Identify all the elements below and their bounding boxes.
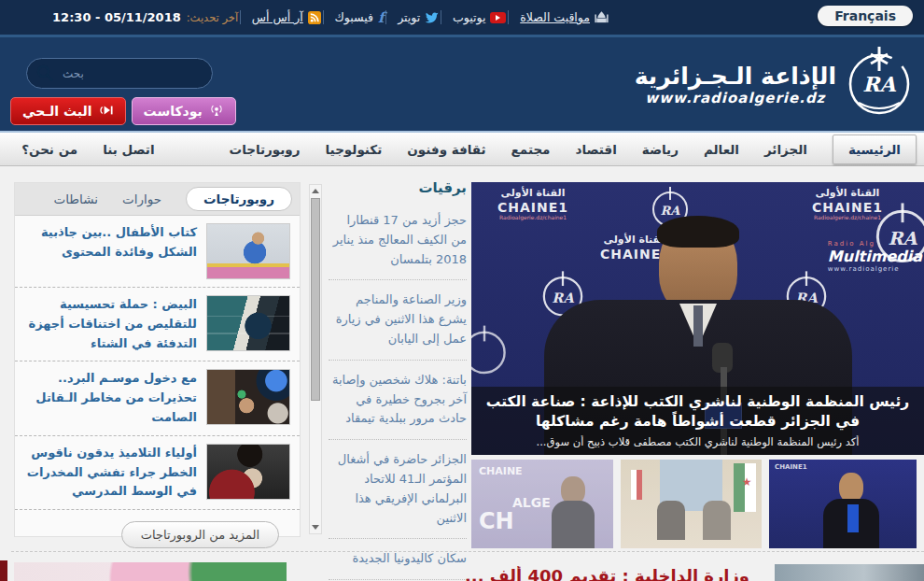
nav-item-economy[interactable]: اقتصاد (575, 142, 616, 157)
chaine1-watermark-en: CHAINE1 (497, 200, 568, 215)
chaine1-watermark: القناة الأولى CHAINE1 Radioalgerie.dz/ch… (497, 188, 568, 221)
feature-excerpt: أكد رئيس المنظمة الوطنية لناشري الكتب مص… (483, 435, 913, 448)
report-item: أولياء التلاميذ يدقون ناقوس الخطر جراء ت… (15, 436, 300, 510)
report-thumbnail[interactable] (206, 369, 290, 425)
logo-text: الإذاعة الـجـزائرية www.radioalgerie.dz (635, 63, 836, 106)
nav-item-society[interactable]: مجتمع (511, 142, 551, 157)
next-section-headline[interactable]: وزارة الداخلية : تقديم 400 ألف ... (465, 566, 805, 581)
nav-item-algeria[interactable]: الجزائر (764, 142, 807, 157)
podcast-label: بودكاست (144, 104, 203, 119)
facebook-label: فيسبوك (335, 10, 373, 24)
video-thumbnail-3[interactable]: CHAINE1 (769, 460, 917, 548)
speaker-tie (693, 305, 703, 347)
brief-item[interactable]: الجزائر حاضرة في أشغال المؤتمر الـ41 للا… (329, 440, 467, 539)
report-item: كتاب الأطفال ..بين جاذبية الشكل وفائدة ا… (15, 216, 300, 288)
youtube-link[interactable]: يوتيوب (441, 10, 506, 24)
site-header: RA الإذاعة الـجـزائرية www.radioalgerie.… (0, 37, 924, 133)
mosque-icon (595, 10, 609, 24)
section-divider (11, 551, 924, 552)
prayer-times-link[interactable]: مواقيت الصلاة (508, 10, 609, 24)
facebook-icon: f (378, 12, 384, 23)
podcast-icon (209, 103, 224, 120)
brief-item[interactable]: حجز أزيد من 17 قنطارا من الكيف المعالج م… (329, 205, 467, 280)
next-section-image-left[interactable] (14, 562, 287, 581)
thumb-fade-overlay (621, 460, 762, 548)
thumb-microphone (847, 504, 859, 532)
radio-algerie-homepage: Français مواقيت الصلاة يوتيوب تويتر f ف (0, 0, 924, 581)
header-buttons: البث الـحي بودكاست (10, 97, 236, 125)
twitter-link[interactable]: تويتر (385, 10, 439, 24)
rss-label: آر أس أس (252, 10, 303, 24)
tab-interviews[interactable]: حوارات (122, 191, 161, 206)
reports-tabs: روبورتاجات حوارات نشاطات (15, 183, 300, 216)
nav-item-contact[interactable]: اتصل بنا (103, 142, 154, 157)
brief-item[interactable]: سكان كاليدونيا الجديدة (329, 539, 467, 580)
chaine1-watermark-ar: القناة الأولى (497, 188, 568, 200)
live-stream-button[interactable]: البث الـحي (10, 97, 126, 125)
main-nav: الرئيسية الجزائر العالم رياضة اقتصاد مجت… (0, 133, 924, 166)
youtube-icon (490, 12, 506, 23)
search-input[interactable] (26, 58, 213, 89)
video-thumbnail-1[interactable]: CHAINE ALGE CH (471, 460, 613, 548)
feature-video[interactable]: القناة الأولى CHAINE1 Radioalgerie.dz/ch… (471, 182, 924, 455)
podcast-button[interactable]: بودكاست (132, 97, 236, 125)
last-update-label: آخر تحديث: (187, 11, 238, 24)
facebook-link[interactable]: f فيسبوك (323, 10, 385, 24)
more-reports-wrap: المزيد من الروبورتاجات (15, 510, 300, 548)
report-thumbnail[interactable] (206, 295, 290, 351)
scroll-down-arrow[interactable] (310, 521, 321, 533)
nav-item-technology[interactable]: تكنولوجيا (326, 142, 383, 157)
report-title[interactable]: مع دخول موسـم البرد.. تحذيرات من مخاطر ا… (24, 369, 197, 427)
topbar: Français مواقيت الصلاة يوتيوب تويتر f ف (0, 0, 924, 37)
main-content: روبورتاجات حوارات نشاطات كتاب الأطفال ..… (0, 166, 924, 581)
last-update-value: 12:30 - 05/11/2018 (52, 10, 181, 24)
nav-item-sport[interactable]: رياضة (642, 142, 679, 157)
last-update: آخر تحديث: 12:30 - 05/11/2018 (52, 10, 238, 24)
more-reports-button[interactable]: المزيد من الروبورتاجات (121, 521, 279, 548)
nav-item-home[interactable]: الرئيسية (833, 135, 917, 164)
reports-panel: روبورتاجات حوارات نشاطات كتاب الأطفال ..… (14, 182, 301, 537)
report-thumbnail[interactable] (206, 223, 290, 279)
chaine1-watermark-ar: القناة الأولى (812, 188, 883, 200)
search-icon[interactable] (35, 64, 54, 86)
nav-item-reports[interactable]: روبورتاجات (230, 142, 301, 157)
briefs-title: برقيات (329, 179, 467, 205)
brief-item[interactable]: باتنة: هلاك شخصين وإصابة آخر بجروح خطيرة… (329, 361, 467, 440)
youtube-label: يوتيوب (453, 10, 485, 24)
nav-item-world[interactable]: العالم (704, 142, 739, 157)
thumb-watermark: CHAINE1 (775, 463, 807, 471)
briefs-scrollbar[interactable] (309, 184, 322, 534)
report-title[interactable]: البيض : حملة تحسيسية للتقليص من اختناقات… (24, 295, 197, 353)
language-switch-button[interactable]: Français (818, 6, 913, 26)
live-stream-label: البث الـحي (22, 104, 92, 119)
nav-item-about[interactable]: من نحن؟ (21, 142, 77, 157)
report-title[interactable]: أولياء التلاميذ يدقون ناقوس الخطر جراء ت… (24, 444, 197, 502)
tab-reports[interactable]: روبورتاجات (186, 187, 292, 211)
svg-text:RA: RA (862, 72, 896, 96)
feature-title[interactable]: رئيس المنظمة الوطنية لناشري الكتب للإذاع… (483, 392, 913, 432)
next-section-image-right[interactable] (775, 564, 924, 581)
briefs-column: برقيات حجز أزيد من 17 قنطارا من الكيف ال… (329, 179, 467, 580)
report-thumbnail[interactable] (206, 444, 290, 500)
site-logo[interactable]: RA الإذاعة الـجـزائرية www.radioalgerie.… (635, 43, 917, 125)
site-title: الإذاعة الـجـزائرية (635, 63, 836, 90)
radio-algerie-emblem-icon: RA (842, 43, 917, 125)
ra-emblem-icon (471, 322, 512, 382)
svg-text:RA: RA (661, 204, 681, 218)
twitter-label: تويتر (398, 10, 420, 24)
report-title[interactable]: كتاب الأطفال ..بين جاذبية الشكل وفائدة ا… (24, 223, 197, 262)
rss-link[interactable]: آر أس أس (240, 10, 321, 24)
nav-item-culture[interactable]: ثقافة وفنون (407, 142, 485, 157)
play-icon (99, 103, 114, 120)
scrollbar-thumb[interactable] (311, 198, 320, 401)
thumb-fade-overlay (471, 460, 613, 548)
clipped-image-fragment (0, 560, 7, 581)
rss-icon (308, 11, 321, 24)
video-thumbnails: CHAINE ALGE CH ★ CHAINE1 (471, 460, 924, 548)
site-url: www.radioalgerie.dz (635, 90, 836, 106)
twitter-icon (425, 11, 439, 23)
brief-item[interactable]: وزير الصناعة والمناجم يشرع هذا الاثنين ف… (329, 280, 467, 360)
scroll-up-arrow[interactable] (310, 185, 321, 197)
video-thumbnail-2[interactable]: ★ (621, 460, 762, 548)
tab-activities[interactable]: نشاطات (53, 191, 97, 206)
